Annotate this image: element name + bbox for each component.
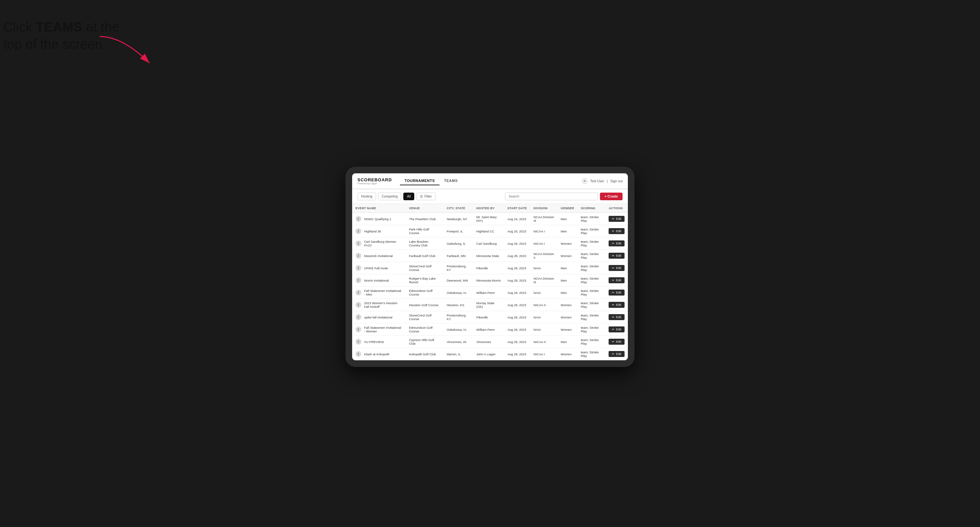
edit-button[interactable]: ✏ Edit xyxy=(609,240,625,246)
event-name-cell: 🏌️ Highland 36 xyxy=(352,225,406,237)
table-col-city--state: CITY, STATE xyxy=(444,204,473,213)
event-name: upike fall invitational xyxy=(364,316,392,319)
event-name: Klash at Kokopelli xyxy=(364,352,389,356)
search-input[interactable] xyxy=(505,193,598,200)
city-cell: Deerwood, MN xyxy=(444,274,473,287)
gender-cell: Men xyxy=(557,262,578,274)
table-body: 🏌️ MSMC Qualifying 1 The Powelton ClubNe… xyxy=(352,213,628,360)
table-row: 🏌️ Highland 36 Park Hills Golf CourseFre… xyxy=(352,225,628,237)
hosted-by-cell: William Penn xyxy=(473,287,504,299)
city-cell: Faribault, MN xyxy=(444,250,473,262)
edit-button[interactable]: ✏ Edit xyxy=(609,253,625,259)
edit-button[interactable]: ✏ Edit xyxy=(609,351,625,357)
actions-cell: ✏ Edit xyxy=(605,213,628,225)
sign-out-link[interactable]: Sign out xyxy=(610,179,622,183)
actions-cell: ✏ Edit xyxy=(605,262,628,274)
venue-cell: Ruttger's Bay Lake Resort xyxy=(406,274,443,287)
scoring-cell: team, Stroke Play xyxy=(578,311,605,324)
event-name-cell: 🏌️ VU PREVIEW xyxy=(352,336,406,348)
edit-icon: ✏ xyxy=(612,340,614,343)
event-icon: 🏌️ xyxy=(355,339,361,345)
edit-icon: ✏ xyxy=(612,254,614,257)
edit-button[interactable]: ✏ Edit xyxy=(609,326,625,332)
division-cell: NICAA I xyxy=(530,237,557,250)
actions-cell: ✏ Edit xyxy=(605,324,628,336)
city-cell: Freeport, IL xyxy=(444,225,473,237)
table-col-event-name: EVENT NAME xyxy=(352,204,406,213)
edit-icon: ✏ xyxy=(612,242,614,245)
scoring-cell: team, Stroke Play xyxy=(578,348,605,360)
all-button[interactable]: All xyxy=(403,193,414,200)
competing-button[interactable]: Competing xyxy=(378,193,401,200)
gender-cell: Men xyxy=(557,336,578,348)
event-name-cell: 🏌️ 2023 Women's Hesston Fall Kickoff xyxy=(352,299,406,311)
logo-area: SCOREBOARD Powered by Clippit xyxy=(358,177,392,185)
edit-button[interactable]: ✏ Edit xyxy=(609,265,625,271)
event-icon: 🏌️ xyxy=(355,216,361,222)
event-name-cell: 🏌️ Carl Sandburg Women FA23 xyxy=(352,237,406,250)
actions-cell: ✏ Edit xyxy=(605,348,628,360)
edit-icon: ✏ xyxy=(612,352,614,356)
scoring-cell: team, Stroke Play xyxy=(578,287,605,299)
gender-cell: Women xyxy=(557,348,578,360)
edit-button[interactable]: ✏ Edit xyxy=(609,314,625,320)
edit-icon: ✏ xyxy=(612,266,614,270)
date-cell: Aug 25, 2023 xyxy=(504,225,530,237)
venue-cell: Lake Bracken Country Club xyxy=(406,237,443,250)
division-cell: NCAA Division III xyxy=(530,213,557,225)
gender-cell: Women xyxy=(557,237,578,250)
hosted-by-cell: Pikeville xyxy=(473,311,504,324)
date-cell: Aug 26, 2023 xyxy=(504,237,530,250)
date-cell: Aug 28, 2023 xyxy=(504,348,530,360)
tablet-frame: SCOREBOARD Powered by Clippit TOURNAMENT… xyxy=(345,167,635,367)
nav-tab-tournaments[interactable]: TOURNAMENTS xyxy=(400,177,439,185)
table-row: 🏌️ VU PREVIEW Cypress Hills Golf ClubVin… xyxy=(352,336,628,348)
hosting-button[interactable]: Hosting xyxy=(358,193,376,200)
nav-tab-teams[interactable]: TEAMS xyxy=(439,177,463,185)
filter-button[interactable]: ☰ Filter xyxy=(416,193,435,200)
division-cell: NCAA Division II xyxy=(530,250,557,262)
event-name: MSMC Qualifying 1 xyxy=(364,217,391,221)
hosted-by-cell: Pikeville xyxy=(473,262,504,274)
gender-cell: Women xyxy=(557,250,578,262)
table-col-gender: GENDER xyxy=(557,204,578,213)
instruction-text: Click TEAMS at thetop of the screen. xyxy=(3,18,119,53)
gender-cell: Women xyxy=(557,311,578,324)
city-cell: Newburgh, NY xyxy=(444,213,473,225)
tournaments-table: EVENT NAMEVENUECITY, STATEHOSTED BYSTART… xyxy=(352,204,628,360)
division-cell: NCAA Division III xyxy=(530,274,557,287)
scoring-cell: team, Stroke Play xyxy=(578,324,605,336)
scoring-cell: team, Stroke Play xyxy=(578,237,605,250)
event-name: VU PREVIEW xyxy=(364,340,384,344)
create-button[interactable]: + Create xyxy=(600,193,622,200)
filter-icon: ☰ xyxy=(420,195,423,198)
event-icon: 🏌️ xyxy=(355,326,361,332)
edit-icon: ✏ xyxy=(612,328,614,331)
edit-button[interactable]: ✏ Edit xyxy=(609,290,625,295)
hosted-by-cell: Carl Sandburg xyxy=(473,237,504,250)
edit-button[interactable]: ✏ Edit xyxy=(609,216,625,222)
edit-button[interactable]: ✏ Edit xyxy=(609,228,625,234)
event-icon: 🏌️ xyxy=(355,253,361,259)
venue-cell: Edmundson Golf Course xyxy=(406,287,443,299)
scoring-cell: team, Stroke Play xyxy=(578,299,605,311)
scoring-cell: team, Stroke Play xyxy=(578,274,605,287)
edit-icon: ✏ xyxy=(612,303,614,306)
logo-sub: Powered by Clippit xyxy=(358,182,392,185)
venue-cell: Park Hills Golf Course xyxy=(406,225,443,237)
edit-button[interactable]: ✏ Edit xyxy=(609,302,625,308)
city-cell: Prestonsburg, KY xyxy=(444,311,473,324)
gender-cell: Men xyxy=(557,287,578,299)
date-cell: Aug 24, 2023 xyxy=(504,213,530,225)
division-cell: NAIA xyxy=(530,311,557,324)
actions-cell: ✏ Edit xyxy=(605,299,628,311)
edit-button[interactable]: ✏ Edit xyxy=(609,339,625,345)
actions-cell: ✏ Edit xyxy=(605,250,628,262)
table-row: 🏌️ Klash at Kokopelli Kokopelli Golf Clu… xyxy=(352,348,628,360)
division-cell: NAIA xyxy=(530,287,557,299)
hosted-by-cell: John A Logan xyxy=(473,348,504,360)
settings-icon[interactable]: ⚙ xyxy=(582,178,587,184)
hosted-by-cell: William Penn xyxy=(473,324,504,336)
actions-cell: ✏ Edit xyxy=(605,336,628,348)
edit-button[interactable]: ✏ Edit xyxy=(609,277,625,283)
